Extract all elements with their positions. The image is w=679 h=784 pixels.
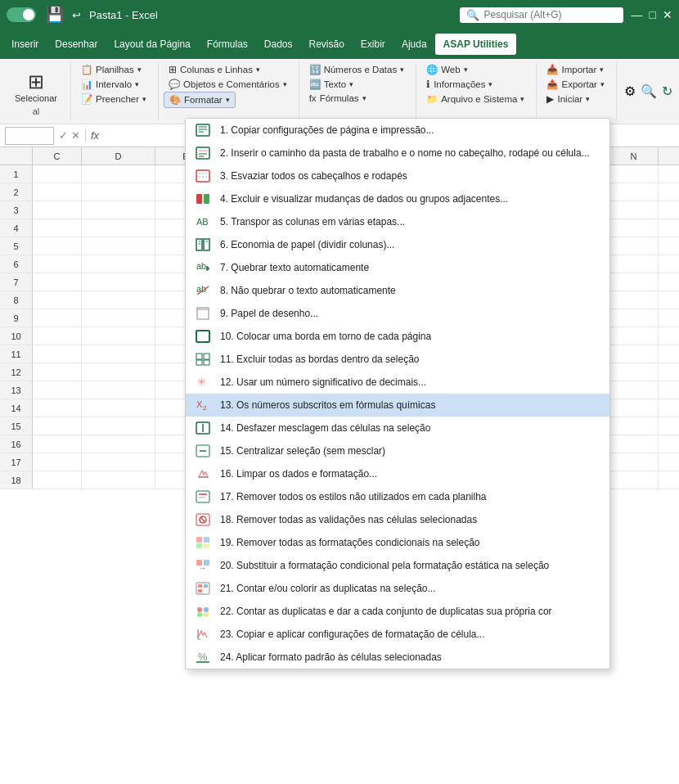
cell[interactable] — [659, 165, 679, 182]
menu-revisao[interactable]: Revisão — [301, 34, 353, 55]
ribbon-btn-intervalo[interactable]: 📊 Intervalo ▾ — [76, 77, 144, 92]
cell[interactable] — [609, 201, 659, 219]
close-btn[interactable]: ✕ — [663, 8, 672, 21]
list-item[interactable]: 14. Desfazer mesclagem das células na se… — [186, 417, 609, 439]
list-item[interactable]: 15. Centralizar seleção (sem mesclar) — [186, 439, 609, 462]
autosave-toggle[interactable] — [7, 7, 36, 22]
cell[interactable] — [609, 417, 659, 435]
cell[interactable] — [33, 273, 82, 291]
ribbon-btn-web[interactable]: 🌐 Web ▾ — [421, 62, 472, 77]
cell[interactable] — [82, 255, 155, 273]
menu-layout[interactable]: Layout da Página — [106, 34, 198, 55]
ribbon-btn-texto[interactable]: 🔤 Texto ▾ — [304, 77, 359, 92]
cell[interactable] — [659, 237, 679, 255]
cell[interactable] — [33, 183, 82, 201]
list-item[interactable]: 17. Remover todos os estilos não utiliza… — [186, 485, 609, 489]
cell[interactable] — [609, 291, 659, 309]
save-icon[interactable]: 💾 — [46, 6, 64, 24]
menu-desenhar[interactable]: Desenhar — [47, 34, 106, 55]
cell[interactable] — [609, 183, 659, 201]
cell[interactable] — [659, 255, 679, 273]
search-input[interactable] — [484, 9, 615, 20]
undo-icon[interactable]: ↩ — [72, 9, 81, 21]
cell[interactable] — [659, 309, 679, 327]
cell[interactable] — [82, 273, 155, 291]
settings-icon[interactable]: ⚙ — [624, 83, 636, 99]
ribbon-btn-exportar[interactable]: 📤 Exportar ▾ — [542, 77, 609, 92]
cell[interactable] — [609, 165, 659, 182]
cross-icon[interactable]: ✕ — [71, 129, 80, 142]
cell[interactable] — [82, 417, 155, 435]
cell[interactable] — [659, 291, 679, 309]
ribbon-btn-arquivo[interactable]: 📁 Arquivo e Sistema ▾ — [421, 92, 529, 106]
cell[interactable] — [33, 327, 82, 345]
cell[interactable] — [33, 381, 82, 399]
cell[interactable] — [609, 453, 659, 471]
cell[interactable] — [82, 183, 155, 201]
search-bar[interactable]: 🔍 — [460, 7, 623, 23]
cell[interactable] — [82, 327, 155, 345]
cell[interactable] — [82, 453, 155, 471]
cell[interactable] — [33, 435, 82, 453]
cell[interactable] — [659, 453, 679, 471]
ribbon-btn-importar[interactable]: 📥 Importar ▾ — [542, 62, 609, 77]
cell[interactable] — [659, 399, 679, 417]
ribbon-btn-numeros[interactable]: 🔢 Números e Datas ▾ — [304, 62, 409, 77]
cell[interactable] — [659, 381, 679, 399]
list-item[interactable]: 16. Limpar os dados e formatação... — [186, 462, 609, 485]
cell[interactable] — [609, 219, 659, 237]
ribbon-btn-colunas[interactable]: ⊞ Colunas e Linhas ▾ — [164, 62, 265, 77]
list-item[interactable]: 4. Excluir e visualizar mudanças de dado… — [186, 187, 609, 210]
menu-ajuda[interactable]: Ajuda — [393, 34, 435, 55]
cell[interactable] — [609, 345, 659, 363]
cell[interactable] — [82, 399, 155, 417]
cell[interactable] — [82, 471, 155, 489]
checkmark-icon[interactable]: ✓ — [59, 129, 68, 142]
cell[interactable] — [82, 201, 155, 219]
ribbon-btn-informacoes[interactable]: ℹ Informações ▾ — [421, 77, 497, 92]
cell[interactable] — [82, 237, 155, 255]
ribbon-btn-planilhas[interactable]: 📋 Planilhas ▾ — [76, 62, 146, 77]
cell[interactable] — [609, 471, 659, 489]
cell[interactable] — [659, 345, 679, 363]
cell[interactable] — [609, 327, 659, 345]
cell[interactable] — [659, 417, 679, 435]
cell[interactable] — [609, 435, 659, 453]
list-item[interactable]: ab7. Quebrar texto automaticamente — [186, 256, 609, 279]
ribbon-btn-iniciar[interactable]: ▶ Iniciar ▾ — [542, 92, 595, 106]
cell[interactable] — [82, 309, 155, 327]
cell[interactable] — [82, 291, 155, 309]
cell[interactable] — [33, 165, 82, 182]
cell[interactable] — [33, 471, 82, 489]
list-item[interactable]: ab8. Não quebrar o texto automaticamente — [186, 279, 609, 302]
cell[interactable] — [33, 453, 82, 471]
list-item[interactable]: AB↕5. Transpor as colunas em várias etap… — [186, 210, 609, 233]
cell[interactable] — [609, 309, 659, 327]
zoom-icon[interactable]: 🔍 — [641, 83, 657, 99]
cell[interactable] — [33, 201, 82, 219]
cell[interactable] — [609, 255, 659, 273]
cell[interactable] — [33, 291, 82, 309]
cell[interactable] — [82, 345, 155, 363]
menu-formulas[interactable]: Fórmulas — [199, 34, 256, 55]
cell[interactable] — [659, 471, 679, 489]
cell[interactable] — [33, 237, 82, 255]
menu-exibir[interactable]: Exibir — [353, 34, 393, 55]
list-item[interactable]: 2. Inserir o caminho da pasta de trabalh… — [186, 147, 609, 164]
list-item[interactable]: 10. Colocar uma borda em torno de cada p… — [186, 325, 609, 348]
cell[interactable] — [659, 219, 679, 237]
menu-inserir[interactable]: Inserir — [3, 34, 47, 55]
cell[interactable] — [33, 219, 82, 237]
cell[interactable] — [659, 435, 679, 453]
refresh-icon[interactable]: ↻ — [662, 83, 672, 99]
list-item[interactable]: 11. Excluir todas as bordas dentro da se… — [186, 348, 609, 371]
cell[interactable] — [82, 165, 155, 182]
cell[interactable] — [33, 255, 82, 273]
list-item[interactable]: X213. Os números subscritos em fórmulas … — [186, 394, 609, 417]
ribbon-btn-selecionar[interactable]: ⊞ Selecionar — [8, 67, 64, 106]
cell[interactable] — [82, 363, 155, 381]
cell[interactable] — [82, 435, 155, 453]
list-item[interactable]: 9. Papel de desenho... — [186, 302, 609, 325]
cell[interactable] — [659, 273, 679, 291]
cell[interactable] — [33, 417, 82, 435]
